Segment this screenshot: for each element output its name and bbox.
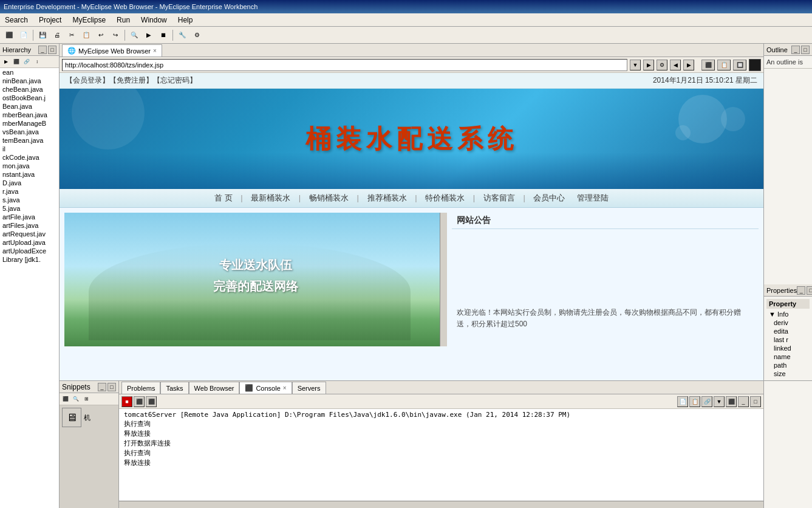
toolbar-btn-2[interactable]: 📄 [17,29,30,42]
tree-item-2[interactable]: cheBean.java [0,85,59,94]
tree-item-3[interactable]: ostBookBean.j [0,94,59,102]
hierarchy-toolbar-btn-1[interactable]: ▶ [1,57,11,67]
nav-bar: 首 页 | 最新桶装水 | 畅销桶装水 | 推荐桶装水 | 特价桶装水 | 访客… [60,189,763,208]
address-btn-2[interactable]: ⚙ [657,60,667,70]
console-right-btn-5[interactable]: ⬛ [726,396,737,407]
snippets-btn-3[interactable]: ⊞ [81,394,91,404]
tree-item-20[interactable]: artUpload.java [0,238,59,247]
hierarchy-toolbar-btn-2[interactable]: ⬛ [12,57,21,67]
tree-item-9[interactable]: il [0,145,59,153]
nav-recommend[interactable]: 推荐桶装水 [367,193,407,202]
console-maximize-btn[interactable]: □ [750,396,761,407]
snippets-btn-1[interactable]: ⬛ [61,394,70,404]
toolbar-btn-11[interactable]: ⏹ [157,29,170,42]
toolbar-btn-10[interactable]: ▶ [142,29,155,42]
menu-project[interactable]: Project [36,15,64,26]
nav-popular[interactable]: 畅销桶装水 [309,193,349,202]
nav-member[interactable]: 会员中心 [533,193,565,202]
address-back-btn[interactable]: ◀ [670,60,681,70]
console-tab-problems[interactable]: Problems [121,382,160,394]
toolbar-btn-13[interactable]: ⚙ [190,29,203,42]
address-input[interactable] [62,59,627,71]
nav-new[interactable]: 最新桶装水 [251,193,290,202]
menu-myeclipse[interactable]: MyEclipse [70,15,108,26]
tree-item-12[interactable]: nstant.java [0,170,59,179]
menu-search[interactable]: Search [2,15,30,26]
tree-item-14[interactable]: r.java [0,187,59,196]
snippets-minimize[interactable]: _ [98,383,106,391]
menu-run[interactable]: Run [114,15,132,26]
console-close[interactable]: × [283,385,287,391]
console-tab-console[interactable]: ⬛ Console × [239,382,292,394]
address-btn-5[interactable]: 🔲 [733,60,746,70]
console-right-btn-1[interactable]: 📄 [677,396,688,407]
browser-content[interactable]: 【会员登录】【免费注册】【忘记密码】 2014年1月21日 15:10:21 星… [60,73,763,380]
console-minimize-btn[interactable]: _ [738,396,749,407]
nav-admin[interactable]: 管理登陆 [577,193,609,202]
banner-bubble-2 [721,107,745,131]
console-right-btn-3[interactable]: 🔗 [701,396,712,407]
tree-item-17[interactable]: artFile.java [0,213,59,221]
tree-item-19[interactable]: artRequest.jav [0,230,59,238]
toolbar-btn-12[interactable]: 🔧 [176,29,189,42]
console-tab-webbrowser[interactable]: Web Browser [189,382,240,394]
console-stop-btn[interactable]: ■ [121,396,132,407]
tree-item-0[interactable]: ean [0,68,59,77]
tree-item-18[interactable]: artFiles.java [0,221,59,230]
toolbar-btn-5[interactable]: ✂ [65,29,78,42]
main-image-scrollbar[interactable] [440,213,447,346]
address-dropdown-btn[interactable]: ▼ [630,60,641,70]
toolbar-btn-4[interactable]: 🖨 [50,29,64,42]
console-hscroll[interactable] [119,501,763,508]
toolbar-btn-3[interactable]: 💾 [36,29,49,42]
toolbar-btn-9[interactable]: 🔍 [128,29,141,42]
address-btn-4[interactable]: 📋 [717,60,731,70]
tree-item-5[interactable]: mberBean.java [0,111,59,119]
menu-window[interactable]: Window [138,15,169,26]
toolbar-btn-1[interactable]: ⬛ [2,29,16,42]
tree-item-22[interactable]: Library [jdk1. [0,255,59,264]
hierarchy-toolbar-btn-4[interactable]: ↕ [32,57,42,67]
outline-maximize[interactable]: □ [801,46,810,54]
tree-item-10[interactable]: ckCode.java [0,153,59,162]
toolbar-btn-7[interactable]: ↩ [94,29,107,42]
toolbar-btn-6[interactable]: 📋 [80,29,93,42]
address-fwd-btn[interactable]: ▶ [683,60,694,70]
outline-minimize[interactable]: _ [791,46,800,54]
tree-item-21[interactable]: artUploadExce [0,247,59,255]
tree-item-11[interactable]: mon.java [0,162,59,170]
hierarchy-toolbar-btn-3[interactable]: 🔗 [22,57,32,67]
hierarchy-tree[interactable]: ean ninBean.java cheBean.java ostBookBea… [0,68,59,508]
menu-help[interactable]: Help [176,15,196,26]
console-right-btn-4[interactable]: ▼ [714,396,725,407]
snippet-icon-1[interactable]: 🖥 [62,408,81,427]
hierarchy-maximize[interactable]: □ [48,46,56,54]
snippets-maximize[interactable]: □ [107,383,116,391]
console-right-btn-2[interactable]: 📋 [689,396,700,407]
tree-item-4[interactable]: Bean.java [0,102,59,111]
console-tab-servers[interactable]: Servers [292,382,326,394]
nav-message[interactable]: 访客留言 [483,193,515,202]
nav-home[interactable]: 首 页 [214,193,233,202]
snippets-btn-2[interactable]: 🔍 [71,394,81,404]
browser-tab-close[interactable]: × [153,47,157,54]
webpage-login-links[interactable]: 【会员登录】【免费注册】【忘记密码】 [66,75,197,86]
tree-item-6[interactable]: mberManageB [0,119,59,128]
tree-item-1[interactable]: ninBean.java [0,77,59,85]
properties-maximize[interactable]: □ [807,286,812,295]
console-btn-2[interactable]: ⬛ [146,396,157,407]
tree-item-13[interactable]: D.java [0,179,59,187]
tree-item-15[interactable]: s.java [0,196,59,204]
properties-minimize[interactable]: _ [797,286,805,295]
hierarchy-minimize[interactable]: _ [38,46,47,54]
address-go-btn[interactable]: ▶ [643,60,654,70]
console-btn-1[interactable]: ⬛ [134,396,145,407]
tree-item-16[interactable]: 5.java [0,204,59,213]
browser-tab-active[interactable]: 🌐 MyEclipse Web Browser × [62,44,162,57]
tree-item-8[interactable]: temBean.java [0,136,59,145]
console-tab-tasks[interactable]: Tasks [160,382,188,394]
address-btn-3[interactable]: ⬛ [701,60,715,70]
nav-special[interactable]: 特价桶装水 [425,193,465,202]
toolbar-btn-8[interactable]: ↪ [109,29,122,42]
tree-item-7[interactable]: vsBean.java [0,128,59,136]
